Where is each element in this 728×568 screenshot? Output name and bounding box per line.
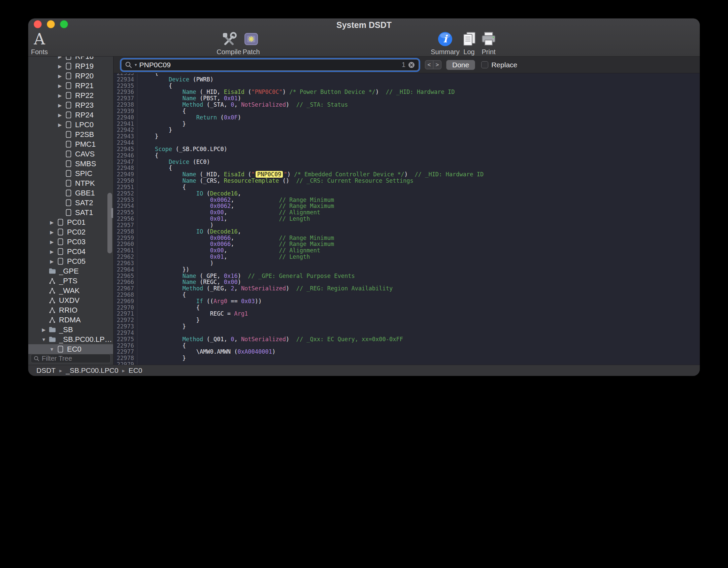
disclosure-triangle-icon[interactable]: ▶ — [56, 83, 64, 88]
sidebar-item-sb-pc00-lp[interactable]: ▼_SB.PC00.LP… — [28, 334, 113, 344]
sidebar-scrollbar[interactable] — [107, 193, 112, 253]
code-line[interactable] — [141, 330, 700, 336]
code-line[interactable]: Return (0x0F) — [141, 114, 700, 121]
code-area[interactable]: { Device (PWRB) { Name (_HID, EisaId ("P… — [137, 73, 700, 365]
filter-tree-input[interactable]: Filter Tree — [31, 354, 111, 363]
code-editor[interactable]: 2293322934229352293622937229382293922940… — [114, 73, 700, 365]
code-line[interactable] — [141, 361, 700, 365]
disclosure-triangle-icon[interactable]: ▶ — [48, 239, 56, 245]
code-line[interactable]: Name (_GPE, 0x16) // _GPE: General Purpo… — [141, 273, 700, 279]
code-line[interactable] — [141, 140, 700, 146]
disclosure-triangle-icon[interactable]: ▶ — [56, 112, 64, 118]
code-line[interactable]: { — [141, 184, 700, 190]
sidebar-item-rp18[interactable]: ▶RP18 — [28, 57, 113, 61]
splitter-handle[interactable] — [111, 208, 113, 218]
toolbar-patch-button[interactable]: Patch — [238, 31, 264, 56]
sidebar-item-ec0[interactable]: ▼EC0 — [28, 344, 113, 354]
code-line[interactable]: Name (_HID, EisaId ("PNP0C0C") /* Power … — [141, 89, 700, 95]
sidebar-item-spic[interactable]: SPIC — [28, 169, 113, 178]
sidebar-item-p2sb[interactable]: P2SB — [28, 130, 113, 139]
disclosure-triangle-icon[interactable]: ▶ — [56, 64, 64, 69]
code-line[interactable]: ) — [141, 260, 700, 267]
sidebar-item-pc01[interactable]: ▶PC01 — [28, 217, 113, 227]
sidebar-item-rp24[interactable]: ▶RP24 — [28, 110, 113, 120]
code-line[interactable]: \AMW0.AMWN (0xA0040001) — [141, 349, 700, 355]
sidebar-item-sb[interactable]: ▶_SB — [28, 325, 113, 334]
code-line[interactable]: IO (Decode16, — [141, 228, 700, 235]
code-line[interactable]: 0x0066, // Range Minimum — [141, 235, 700, 241]
code-line[interactable]: Device (EC0) — [141, 159, 700, 165]
replace-toggle[interactable]: Replace — [481, 61, 517, 69]
toolbar-print-button[interactable]: Print — [477, 31, 500, 56]
code-line[interactable]: Method (_Q01, 0, NotSerialized) // _Qxx:… — [141, 336, 700, 343]
disclosure-triangle-icon[interactable]: ▶ — [48, 249, 56, 254]
find-previous-button[interactable]: < — [425, 60, 433, 69]
code-line[interactable]: 0x00, // Alignment — [141, 209, 700, 216]
code-line[interactable]: Name (_HID, EisaId ("PNP0C09") /* Embedd… — [141, 171, 700, 178]
disclosure-triangle-icon[interactable]: ▶ — [56, 57, 64, 59]
disclosure-triangle-icon[interactable]: ▶ — [56, 122, 64, 128]
replace-checkbox[interactable] — [481, 61, 488, 68]
disclosure-triangle-icon[interactable]: ▶ — [56, 103, 64, 108]
code-line[interactable]: } — [141, 127, 700, 133]
code-line[interactable]: } — [141, 133, 700, 140]
code-line[interactable]: { — [141, 343, 700, 349]
disclosure-triangle-icon[interactable]: ▶ — [48, 220, 56, 225]
disclosure-triangle-icon[interactable]: ▼ — [48, 347, 56, 352]
code-line[interactable]: Name (_CRS, ResourceTemplate () // _CRS:… — [141, 178, 700, 184]
sidebar-item-wak[interactable]: _WAK — [28, 286, 113, 295]
code-line[interactable]: } — [141, 317, 700, 323]
sidebar-item-rp22[interactable]: ▶RP22 — [28, 91, 113, 100]
code-line[interactable]: { — [141, 292, 700, 298]
disclosure-triangle-icon[interactable]: ▼ — [40, 337, 48, 342]
disclosure-triangle-icon[interactable]: ▶ — [48, 259, 56, 264]
sidebar-item-pmc1[interactable]: PMC1 — [28, 139, 113, 149]
sidebar-item-rp23[interactable]: ▶RP23 — [28, 100, 113, 110]
toolbar-fonts-button[interactable]: A Fonts — [29, 31, 50, 56]
sidebar-item-sat2[interactable]: SAT2 — [28, 198, 113, 208]
code-line[interactable]: { — [141, 305, 700, 311]
disclosure-triangle-icon[interactable]: ▶ — [56, 73, 64, 79]
code-line[interactable]: { — [141, 165, 700, 171]
find-next-button[interactable]: > — [433, 60, 441, 69]
breadcrumb-leaf[interactable]: EC0 — [129, 366, 142, 375]
sidebar-item-lpc0[interactable]: ▶LPC0 — [28, 120, 113, 130]
code-line[interactable]: 0x0062, // Range Maximum — [141, 203, 700, 209]
code-line[interactable]: }) — [141, 267, 700, 273]
code-line[interactable]: { — [141, 83, 700, 89]
search-input[interactable]: ▾ PNP0C09 1 — [121, 59, 419, 71]
code-line[interactable]: Method (_STA, 0, NotSerialized) // _STA:… — [141, 102, 700, 108]
sidebar-item-ntpk[interactable]: NTPK — [28, 178, 113, 188]
code-line[interactable]: If ((Arg0 == 0x03)) — [141, 298, 700, 305]
code-line[interactable]: { — [141, 108, 700, 114]
code-line[interactable]: Device (PWRB) — [141, 76, 700, 83]
code-line[interactable]: ) — [141, 222, 700, 228]
sidebar-item-pc03[interactable]: ▶PC03 — [28, 237, 113, 247]
sidebar-item-smbs[interactable]: SMBS — [28, 159, 113, 169]
code-line[interactable]: { — [141, 73, 700, 76]
code-line[interactable]: 0x01, // Length — [141, 216, 700, 222]
search-icon[interactable] — [125, 61, 132, 69]
toolbar-summary-button[interactable]: i Summary — [428, 31, 462, 56]
code-line[interactable]: REGC = Arg1 — [141, 311, 700, 317]
sidebar-item-pc05[interactable]: ▶PC05 — [28, 256, 113, 266]
code-line[interactable]: 0x00, // Alignment — [141, 247, 700, 254]
sidebar-item-rp20[interactable]: ▶RP20 — [28, 71, 113, 81]
sidebar-item-rrio[interactable]: RRIO — [28, 305, 113, 315]
code-line[interactable]: 0x0062, // Range Minimum — [141, 197, 700, 203]
code-line[interactable]: Scope (_SB.PC00.LPC0) — [141, 146, 700, 152]
done-button[interactable]: Done — [446, 60, 475, 70]
code-line[interactable]: Method (_REG, 2, NotSerialized) // _REG:… — [141, 285, 700, 292]
code-line[interactable]: Name (REGC, 0x00) — [141, 279, 700, 285]
sidebar-item-uxdv[interactable]: UXDV — [28, 295, 113, 305]
sidebar-item-pc04[interactable]: ▶PC04 — [28, 247, 113, 256]
disclosure-triangle-icon[interactable]: ▶ — [48, 229, 56, 235]
toolbar-log-button[interactable]: Log — [459, 31, 479, 56]
breadcrumb-scope[interactable]: _SB.PC00.LPC0 — [66, 366, 118, 375]
sidebar-item-pc02[interactable]: ▶PC02 — [28, 227, 113, 237]
sidebar-item-gpe[interactable]: _GPE — [28, 266, 113, 276]
code-line[interactable]: } — [141, 121, 700, 127]
sidebar-item-cavs[interactable]: CAVS — [28, 149, 113, 159]
disclosure-triangle-icon[interactable]: ▶ — [40, 327, 48, 332]
sidebar-item-sat1[interactable]: SAT1 — [28, 208, 113, 217]
